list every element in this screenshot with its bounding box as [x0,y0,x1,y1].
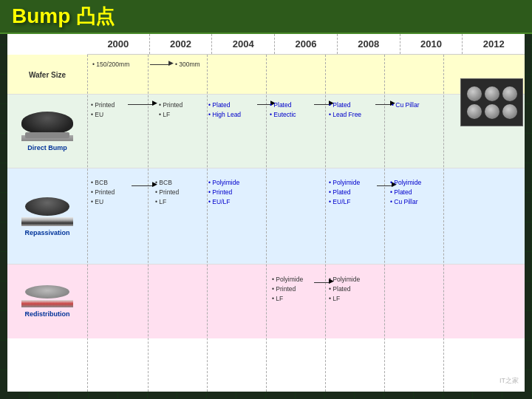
title-chinese: 凸点 [76,4,115,30]
label-direct-text: Direct Bump [27,144,67,151]
year-2006: 2006 [275,34,338,54]
wafer-entry-1: • 150/200mm [92,61,129,68]
redist-arrow-shaft [314,282,330,283]
vline-2008 [325,55,326,392]
direct-arrow-1-shaft [128,104,154,105]
repass-entry-2008: • Polyimide• Plated• EU/LF [329,178,360,206]
direct-entry-2000: • Printed• EU [91,100,115,120]
sem-bump-6 [502,104,517,119]
year-2004: 2004 [212,34,275,54]
label-direct-bump: Direct Bump [7,95,87,168]
redistribution-bump-image [25,285,69,299]
sem-bump-4 [467,104,482,119]
sem-bump-2 [485,86,499,101]
direct-arrow-3-shaft [314,104,330,105]
repass-entry-2000: • BCB• Printed• EU [91,178,115,206]
main-content: 2000 2002 2004 2006 2008 2010 2012 Wafer… [7,34,525,392]
vline-2010 [384,55,385,392]
wafer-arrow-shaft [150,64,168,65]
direct-bump-image [21,112,73,134]
repass-base-image [21,217,73,226]
label-repassivation-text: Repassivation [24,229,69,236]
vline-2012 [443,55,444,392]
sem-microscope-image [460,78,523,126]
label-wafer-text: Wafer Size [29,71,66,79]
wafer-entry-2: • 300mm [175,61,200,68]
year-2012: 2012 [463,34,525,54]
redist-base-image [21,300,73,307]
title-bar: Bump 凸点 [0,0,532,34]
direct-arrow-1-head: ▶ [152,99,157,106]
wafer-arrow-head: ▶ [168,59,174,66]
redist-entry-2008: • Polyimide• Plated• LF [329,275,360,303]
repassivation-bump-image [25,197,69,216]
year-2000: 2000 [87,34,150,54]
vline-2006 [266,55,267,392]
direct-entry-2008: • Plated• Lead Free [329,100,361,120]
repass-entry-2010: • Polyimide• Plated• Cu Pillar [390,178,421,206]
redist-entry-2006: • Polyimide• Printed• LF [272,275,303,303]
year-2008: 2008 [338,34,400,54]
repass-arrow-1-shaft [132,185,154,186]
title-english: Bump [12,4,70,28]
timeline-header: 2000 2002 2004 2006 2008 2010 2012 [87,34,525,55]
sem-bump-3 [502,86,517,101]
watermark: IT之家 [499,376,519,386]
label-redistribution: Redistribution [7,265,87,338]
vline-2004 [207,55,208,392]
direct-entry-2004: • Plated• High Lead [208,100,241,120]
sem-bump-1 [467,86,482,101]
year-2010: 2010 [400,34,463,54]
vline-left [87,55,88,392]
year-2002: 2002 [150,34,213,54]
sem-bump-5 [485,104,499,119]
direct-entry-2006: • Plated• Eutectic [270,100,296,120]
label-wafer-size: Wafer Size [7,55,87,95]
direct-entry-2002: • Printed• LF [159,100,183,120]
repass-entry-2004: • Polyimide• Printed• EU/LF [208,178,239,206]
sem-bumps-grid [464,83,520,122]
direct-entry-2010: • Cu Pillar [392,100,419,110]
repass-entry-2002: • BCB• Printed• LF [155,178,179,206]
vline-2002 [148,55,149,392]
direct-arrow-4-shaft [375,104,392,105]
label-redistribution-text: Redistribution [25,310,70,318]
label-repassivation: Repassivation [7,168,87,265]
